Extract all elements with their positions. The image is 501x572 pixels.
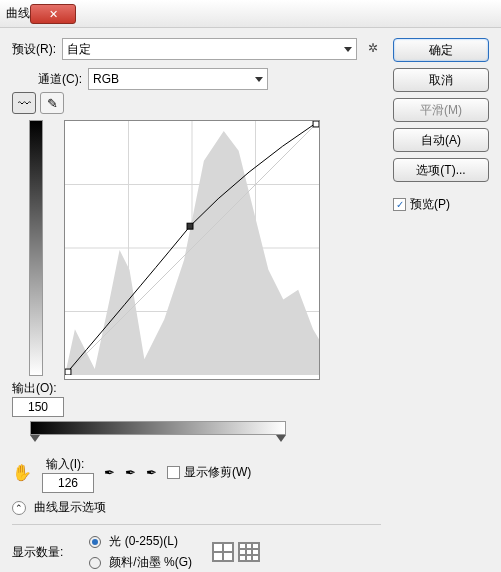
grid-density-icons: [212, 542, 260, 562]
curve-graph[interactable]: [64, 120, 320, 380]
preview-label: 预览(P): [410, 196, 450, 213]
input-row: ✋ 输入(I): 126 ✒ ✒ ✒ 显示修剪(W): [12, 452, 381, 493]
svg-rect-8: [187, 223, 193, 229]
curve-container: 输出(O): 150: [12, 116, 381, 417]
shadow-slider[interactable]: [30, 435, 40, 442]
radio-icon: [89, 536, 101, 548]
slider-triangles: [30, 435, 286, 442]
input-field[interactable]: 126: [42, 473, 94, 493]
chevron-down-icon: [255, 77, 263, 82]
eyedropper-gray-icon[interactable]: ✒: [125, 465, 136, 480]
checkbox-icon: [167, 466, 180, 479]
right-column: 确定 取消 平滑(M) 自动(A) 选项(T)... 预览(P): [393, 38, 489, 572]
curve-draw-tool[interactable]: ✎: [40, 92, 64, 114]
radio-icon: [89, 557, 101, 569]
ok-button[interactable]: 确定: [393, 38, 489, 62]
dialog-body: 预设(R): 自定 ✲ 通道(C): RGB 〰 ✎ 输出(O): 15: [0, 28, 501, 572]
x-gradient: [30, 421, 286, 435]
preset-label: 预设(R):: [12, 41, 56, 58]
grid-9-icon[interactable]: [238, 542, 260, 562]
checkbox-icon: [393, 198, 406, 211]
eyedropper-black-icon[interactable]: ✒: [104, 465, 115, 480]
channel-value: RGB: [93, 72, 119, 86]
auto-button[interactable]: 自动(A): [393, 128, 489, 152]
output-field[interactable]: 150: [12, 397, 64, 417]
highlight-slider[interactable]: [276, 435, 286, 442]
grid-4-icon[interactable]: [212, 542, 234, 562]
light-label: 光 (0-255)(L): [109, 533, 178, 550]
preset-select[interactable]: 自定: [62, 38, 357, 60]
hand-tool-icon[interactable]: ✋: [12, 463, 32, 482]
eyedropper-white-icon[interactable]: ✒: [146, 465, 157, 480]
gear-icon[interactable]: ✲: [365, 41, 381, 57]
amount-row: 显示数量: 光 (0-255)(L) 颜料/油墨 %(G): [12, 533, 381, 571]
titlebar: 曲线 ✕: [0, 0, 501, 28]
channel-label: 通道(C):: [38, 71, 82, 88]
y-gradient: [29, 120, 43, 376]
input-label: 输入(I):: [46, 456, 85, 473]
smooth-button[interactable]: 平滑(M): [393, 98, 489, 122]
preset-value: 自定: [67, 41, 91, 58]
svg-rect-9: [313, 121, 319, 127]
pigment-label: 颜料/油墨 %(G): [109, 554, 192, 571]
show-clipping-label: 显示修剪(W): [184, 464, 251, 481]
expander-label: 曲线显示选项: [34, 499, 106, 516]
amount-options: 光 (0-255)(L) 颜料/油墨 %(G): [89, 533, 192, 571]
chevron-down-icon: [344, 47, 352, 52]
light-option[interactable]: 光 (0-255)(L): [89, 533, 192, 550]
amount-label: 显示数量:: [12, 544, 63, 561]
show-clipping-check[interactable]: 显示修剪(W): [167, 464, 251, 481]
title-text: 曲线: [6, 5, 30, 22]
left-column: 预设(R): 自定 ✲ 通道(C): RGB 〰 ✎ 输出(O): 15: [12, 38, 381, 572]
channel-select[interactable]: RGB: [88, 68, 268, 90]
curve-tool-icons: 〰 ✎: [12, 92, 381, 114]
expander-icon: ⌃: [12, 501, 26, 515]
preset-row: 预设(R): 自定 ✲: [12, 38, 381, 60]
svg-rect-7: [65, 369, 71, 375]
preview-check[interactable]: 预览(P): [393, 196, 489, 213]
channel-row: 通道(C): RGB: [38, 68, 381, 90]
output-block: 输出(O): 150: [12, 380, 64, 417]
curve-point-tool[interactable]: 〰: [12, 92, 36, 114]
expander-row[interactable]: ⌃ 曲线显示选项: [12, 499, 381, 516]
options-button[interactable]: 选项(T)...: [393, 158, 489, 182]
divider: [12, 524, 381, 525]
pigment-option[interactable]: 颜料/油墨 %(G): [89, 554, 192, 571]
cancel-button[interactable]: 取消: [393, 68, 489, 92]
close-button[interactable]: ✕: [30, 4, 76, 24]
output-label: 输出(O):: [12, 380, 57, 397]
